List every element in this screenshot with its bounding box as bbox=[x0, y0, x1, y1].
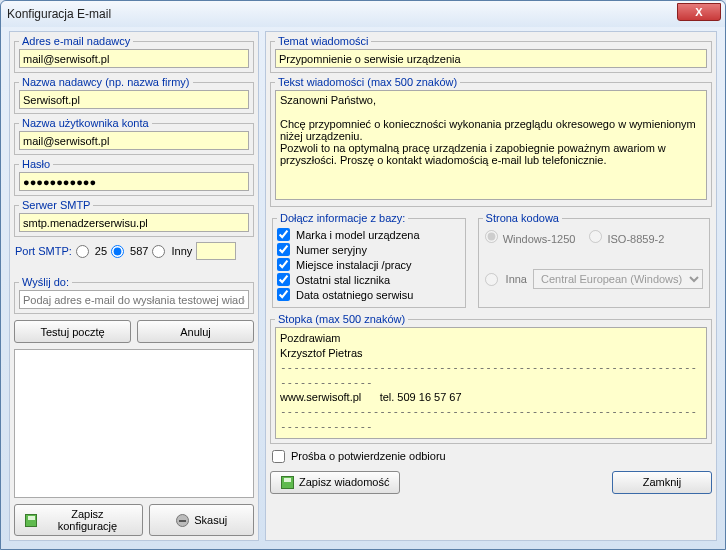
codepage-other-label: Inna bbox=[506, 273, 527, 285]
subject-group: Temat wiadomości bbox=[270, 35, 712, 73]
include-brand-label: Marka i model urządzena bbox=[296, 229, 420, 241]
sender-name-legend: Nazwa nadawcy (np. nazwa firmy) bbox=[19, 76, 193, 88]
username-group: Nazwa użytkownika konta bbox=[14, 117, 254, 155]
username-legend: Nazwa użytkownika konta bbox=[19, 117, 152, 129]
save-icon bbox=[281, 476, 294, 489]
confirm-row: Prośba o potwierdzenie odbioru bbox=[272, 450, 710, 463]
port-row: Port SMTP: 25 587 Inny bbox=[15, 242, 253, 260]
include-group: Dołącz informacje z bazy: Marka i model … bbox=[272, 212, 466, 308]
password-input[interactable] bbox=[19, 172, 249, 191]
close-button[interactable]: Zamknij bbox=[612, 471, 712, 494]
sendto-legend: Wyślij do: bbox=[19, 276, 72, 288]
password-legend: Hasło bbox=[19, 158, 53, 170]
include-serial-label: Numer seryjny bbox=[296, 244, 367, 256]
include-lastservice-checkbox[interactable] bbox=[277, 288, 290, 301]
save-config-button[interactable]: Zapisz konfigurację bbox=[14, 504, 143, 536]
footer-group: Stopka (max 500 znaków) Pozdrawiam Krzys… bbox=[270, 313, 712, 444]
test-cancel-row: Testuj pocztę Anuluj bbox=[14, 320, 254, 343]
left-bottom-buttons: Zapisz konfigurację Skasuj bbox=[14, 504, 254, 536]
discard-button[interactable]: Skasuj bbox=[149, 504, 254, 536]
footer-line-1: Pozdrawiam bbox=[280, 331, 702, 346]
port-25-label: 25 bbox=[95, 245, 107, 257]
test-mail-button[interactable]: Testuj pocztę bbox=[14, 320, 131, 343]
footer-textarea[interactable]: Pozdrawiam Krzysztof Pietras -----------… bbox=[275, 327, 707, 439]
save-icon bbox=[25, 514, 37, 527]
window-title: Konfiguracja E-mail bbox=[7, 7, 111, 21]
body-group: Tekst wiadomości (max 500 znaków) bbox=[270, 76, 712, 207]
body-legend: Tekst wiadomości (max 500 znaków) bbox=[275, 76, 460, 88]
email-config-window: Konfiguracja E-mail X Adres e-mail nadaw… bbox=[0, 0, 726, 550]
sender-name-group: Nazwa nadawcy (np. nazwa firmy) bbox=[14, 76, 254, 114]
codepage-group: Strona kodowa Windows-1250 ISO-8859-2 In… bbox=[478, 212, 710, 308]
right-pane: Temat wiadomości Tekst wiadomości (max 5… bbox=[265, 31, 717, 541]
save-message-button[interactable]: Zapisz wiadomość bbox=[270, 471, 400, 494]
smtp-group: Serwer SMTP bbox=[14, 199, 254, 237]
codepage-win1250-radio[interactable] bbox=[485, 230, 498, 243]
confirm-receipt-checkbox[interactable] bbox=[272, 450, 285, 463]
footer-dash-2: ----------------------------------------… bbox=[280, 405, 702, 435]
subject-input[interactable] bbox=[275, 49, 707, 68]
cancel-button[interactable]: Anuluj bbox=[137, 320, 254, 343]
include-brand-checkbox[interactable] bbox=[277, 228, 290, 241]
body-textarea[interactable] bbox=[275, 90, 707, 200]
codepage-win1250-label: Windows-1250 bbox=[503, 233, 576, 245]
close-icon[interactable]: X bbox=[677, 3, 721, 21]
port-other-radio[interactable] bbox=[152, 245, 165, 258]
codepage-iso-label: ISO-8859-2 bbox=[607, 233, 664, 245]
sender-email-group: Adres e-mail nadawcy bbox=[14, 35, 254, 73]
port-other-input[interactable] bbox=[196, 242, 236, 260]
include-legend: Dołącz informacje z bazy: bbox=[277, 212, 408, 224]
include-counter-label: Ostatni stal licznika bbox=[296, 274, 390, 286]
sender-name-input[interactable] bbox=[19, 90, 249, 109]
include-location-label: Miejsce instalacji /pracy bbox=[296, 259, 412, 271]
port-25-radio[interactable] bbox=[76, 245, 89, 258]
footer-line-3: www.serwisoft.pl tel. 509 16 57 67 bbox=[280, 390, 702, 405]
mid-row: Dołącz informacje z bazy: Marka i model … bbox=[270, 211, 712, 310]
port-587-label: 587 bbox=[130, 245, 148, 257]
content-area: Adres e-mail nadawcy Nazwa nadawcy (np. … bbox=[1, 27, 725, 549]
codepage-combo[interactable]: Central European (Windows) bbox=[533, 269, 703, 289]
include-location-checkbox[interactable] bbox=[277, 258, 290, 271]
smtp-legend: Serwer SMTP bbox=[19, 199, 93, 211]
sender-email-legend: Adres e-mail nadawcy bbox=[19, 35, 133, 47]
log-output bbox=[14, 349, 254, 498]
right-bottom-buttons: Zapisz wiadomość Zamknij bbox=[270, 471, 712, 494]
codepage-other-radio[interactable] bbox=[485, 273, 498, 286]
footer-dash-1: ----------------------------------------… bbox=[280, 361, 702, 391]
username-input[interactable] bbox=[19, 131, 249, 150]
codepage-legend: Strona kodowa bbox=[483, 212, 562, 224]
port-other-label: Inny bbox=[171, 245, 192, 257]
port-587-radio[interactable] bbox=[111, 245, 124, 258]
titlebar: Konfiguracja E-mail X bbox=[1, 1, 725, 27]
codepage-iso-radio[interactable] bbox=[589, 230, 602, 243]
sendto-input[interactable] bbox=[19, 290, 249, 309]
subject-legend: Temat wiadomości bbox=[275, 35, 371, 47]
include-serial-checkbox[interactable] bbox=[277, 243, 290, 256]
password-group: Hasło bbox=[14, 158, 254, 196]
footer-line-2: Krzysztof Pietras bbox=[280, 346, 702, 361]
confirm-receipt-label: Prośba o potwierdzenie odbioru bbox=[291, 450, 446, 462]
smtp-input[interactable] bbox=[19, 213, 249, 232]
sender-email-input[interactable] bbox=[19, 49, 249, 68]
discard-icon bbox=[176, 514, 189, 527]
left-pane: Adres e-mail nadawcy Nazwa nadawcy (np. … bbox=[9, 31, 259, 541]
sendto-group: Wyślij do: bbox=[14, 276, 254, 314]
footer-legend: Stopka (max 500 znaków) bbox=[275, 313, 408, 325]
port-label: Port SMTP: bbox=[15, 245, 72, 257]
include-lastservice-label: Data ostatniego serwisu bbox=[296, 289, 413, 301]
include-counter-checkbox[interactable] bbox=[277, 273, 290, 286]
